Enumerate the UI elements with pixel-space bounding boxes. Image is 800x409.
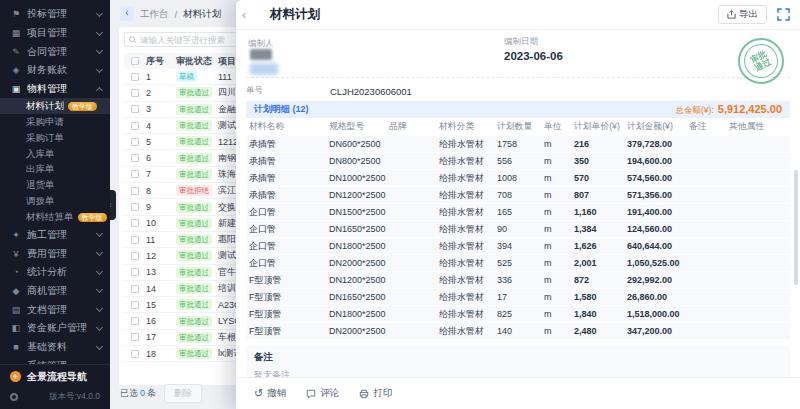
sidebar-item[interactable]: ◆ 商机管理 [0, 282, 110, 301]
chevron-down-icon [96, 342, 103, 349]
sidebar-subitem[interactable]: 采购订单 [0, 130, 110, 146]
row-seq: 8 [146, 186, 176, 196]
sidebar-item-label: 项目管理 [27, 26, 97, 40]
row-checkbox[interactable] [131, 268, 139, 276]
row-checkbox[interactable] [131, 170, 139, 178]
date-value: 2023-06-06 [504, 50, 563, 62]
sidebar-subitem[interactable]: 出库单 [0, 162, 110, 178]
sidebar-subitem[interactable]: 入库单 [0, 146, 110, 162]
cell-amount: 1,518,000.00 [627, 309, 689, 319]
print-button[interactable]: 打印 [359, 387, 392, 400]
sidebar-subitem[interactable]: 调拨单 [0, 194, 110, 210]
panel-back-icon[interactable]: ‹ [242, 8, 254, 22]
cell-unit: m [544, 292, 574, 302]
version-label: 版本号:v4.0.0 [49, 391, 100, 403]
col-status: 审批状态 [176, 55, 218, 68]
sidebar-item[interactable]: ▤ 文档管理 [0, 300, 110, 319]
cell-qty: 336 [497, 275, 544, 285]
chevron-down-icon [96, 28, 103, 35]
sidebar-item[interactable]: ▣ 物料管理 [0, 80, 110, 99]
row-checkbox[interactable] [131, 219, 139, 227]
sidebar-item[interactable]: ■ 基础资料 [0, 338, 110, 357]
chevron-down-icon [96, 10, 103, 17]
sidebar-item[interactable]: ✦ 施工管理 [0, 226, 110, 245]
gear-icon[interactable] [10, 393, 18, 401]
cell-category: 给排水管材 [439, 155, 497, 168]
cell-spec: DN1800*2500 [329, 241, 389, 251]
cell-amount: 191,400.00 [627, 207, 689, 217]
creator-value-redacted [250, 49, 272, 60]
sidebar-item[interactable]: ▦ 项目管理 [0, 24, 110, 43]
cell-price: 807 [574, 190, 627, 200]
sidebar-subitem[interactable]: 采购申请 [0, 114, 110, 130]
delete-button[interactable]: 删除 [164, 384, 202, 403]
row-checkbox[interactable] [131, 236, 139, 244]
menu-icon: ▣ [10, 84, 22, 94]
row-checkbox[interactable] [131, 89, 139, 97]
cell-amount: 574,560.00 [627, 173, 689, 183]
revoke-button[interactable]: ↺ 撤销 [254, 387, 286, 400]
export-button[interactable]: 导出 [718, 5, 767, 24]
row-checkbox[interactable] [131, 285, 139, 293]
cell-unit: m [544, 309, 574, 319]
cell-material-name: F型顶管 [249, 308, 329, 321]
sidebar-item[interactable]: ⚑ 投标管理 [0, 5, 110, 24]
row-checkbox[interactable] [131, 138, 139, 146]
comment-button[interactable]: 评论 [306, 387, 339, 400]
sidebar-item-label: 物料管理 [27, 82, 97, 96]
tutorial-badge: 教学版 [68, 102, 97, 111]
row-checkbox[interactable] [131, 350, 139, 358]
sidebar-item[interactable]: ◈ 财务账款 [0, 61, 110, 80]
row-checkbox[interactable] [131, 73, 139, 81]
col-seq: 序号 [146, 55, 176, 68]
remark-section: 备注 暂无备注 [246, 346, 790, 377]
process-nav-label: 全景流程导航 [27, 370, 87, 384]
cell-unit: m [544, 258, 574, 268]
cell-category: 给排水管材 [439, 308, 497, 321]
scrollbar[interactable] [794, 170, 798, 285]
back-button[interactable]: ‹ [120, 7, 134, 21]
cell-category: 给排水管材 [439, 291, 497, 304]
sidebar-item-label: 投标管理 [27, 7, 97, 21]
select-all-checkbox[interactable] [131, 57, 139, 65]
cell-material-name: 企口管 [249, 240, 329, 253]
cell-amount: 194,600.00 [627, 156, 689, 166]
sidebar-subitem[interactable]: 材料计划 教学版 [0, 98, 110, 114]
detail-col-header: 计划金额(¥) [627, 121, 689, 133]
sidebar-item[interactable]: ✎ 合同管理 [0, 42, 110, 61]
breadcrumb-home[interactable]: 工作台 [140, 8, 169, 21]
row-checkbox[interactable] [131, 105, 139, 113]
menu-icon: ◧ [10, 323, 22, 333]
search-input[interactable] [140, 35, 232, 45]
row-checkbox[interactable] [131, 252, 139, 260]
detail-col-header: 其他属性 [729, 121, 787, 133]
fullscreen-icon[interactable] [777, 8, 790, 21]
row-checkbox[interactable] [131, 301, 139, 309]
sidebar-item[interactable]: ◧ 资金账户管理 [0, 319, 110, 338]
cell-material-name: 承插管 [249, 172, 329, 185]
cell-amount: 124,560.00 [627, 224, 689, 234]
menu-icon: ✎ [10, 47, 22, 57]
process-nav-button[interactable]: ✈ 全景流程导航 [0, 364, 110, 388]
cell-qty: 165 [497, 207, 544, 217]
row-checkbox[interactable] [131, 317, 139, 325]
detail-title: 材料计划 [270, 6, 320, 23]
sidebar-item[interactable]: ¥ 费用管理 [0, 244, 110, 263]
menu-icon: ◆ [10, 286, 22, 296]
row-checkbox[interactable] [131, 122, 139, 130]
sidebar-item[interactable]: ● 系统管理 [0, 356, 110, 364]
cell-spec: DN1500*2500 [329, 207, 389, 217]
process-nav-icon: ✈ [10, 371, 21, 382]
sidebar-subitem[interactable]: 材料结算单 教学版 [0, 210, 110, 226]
row-checkbox[interactable] [131, 187, 139, 195]
cell-category: 给排水管材 [439, 257, 497, 270]
sidebar-subitem[interactable]: 退货单 [0, 178, 110, 194]
cell-spec: DN1800*2500 [329, 309, 389, 319]
row-checkbox[interactable] [131, 203, 139, 211]
row-checkbox[interactable] [131, 154, 139, 162]
cell-unit: m [544, 207, 574, 217]
cell-category: 给排水管材 [439, 274, 497, 287]
search-box [124, 32, 238, 47]
row-checkbox[interactable] [131, 333, 139, 341]
sidebar-item[interactable]: ◔ 统计分析 [0, 263, 110, 282]
